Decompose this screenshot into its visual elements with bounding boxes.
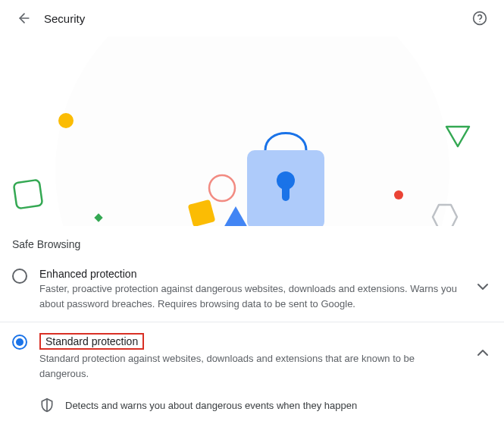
svg-point-6	[58, 113, 74, 128]
back-button[interactable]	[12, 6, 36, 30]
chevron-up-icon	[474, 344, 492, 362]
green-triangle-icon	[443, 124, 472, 149]
option-standard-protection[interactable]: Standard protection Standard protection …	[0, 322, 504, 391]
svg-point-1	[474, 12, 487, 25]
option-desc-standard: Standard protection against websites, do…	[39, 351, 465, 381]
option-title-standard: Standard protection	[39, 333, 144, 350]
red-dot-icon	[393, 190, 404, 200]
svg-rect-10	[188, 200, 216, 226]
svg-marker-13	[446, 127, 469, 146]
svg-point-12	[394, 190, 403, 200]
blue-triangle-icon	[222, 205, 249, 226]
option-title-enhanced: Enhanced protection	[39, 268, 136, 280]
yellow-square-icon	[184, 196, 219, 226]
svg-marker-11	[224, 206, 248, 226]
radio-standard[interactable]	[12, 335, 27, 350]
svg-point-2	[479, 21, 480, 22]
green-square-icon	[11, 177, 45, 212]
lock-icon	[244, 116, 327, 226]
radio-enhanced[interactable]	[12, 269, 27, 284]
collapse-standard[interactable]	[474, 344, 492, 362]
expand-enhanced[interactable]	[474, 278, 492, 296]
help-icon	[472, 11, 487, 26]
standard-detail-text: Detects and warns you about dangerous ev…	[65, 400, 357, 411]
grey-hexagon-icon	[430, 202, 460, 226]
shield-icon	[39, 397, 55, 413]
option-body: Enhanced protection Faster, proactive pr…	[39, 267, 465, 311]
help-button[interactable]	[468, 6, 492, 30]
svg-marker-14	[433, 205, 457, 226]
svg-rect-5	[282, 184, 290, 201]
chevron-down-icon	[474, 278, 492, 296]
header: Security	[0, 0, 504, 36]
svg-rect-8	[94, 213, 102, 222]
yellow-circle-icon	[58, 112, 74, 129]
svg-rect-7	[14, 180, 42, 209]
arrow-left-icon	[17, 11, 32, 26]
hero-illustration	[0, 36, 504, 226]
section-label-safe-browsing: Safe Browsing	[0, 226, 504, 256]
option-body: Standard protection Standard protection …	[39, 333, 465, 381]
option-desc-enhanced: Faster, proactive protection against dan…	[39, 281, 465, 311]
standard-detail-row: Detects and warns you about dangerous ev…	[0, 391, 504, 420]
page-title: Security	[44, 12, 468, 25]
option-enhanced-protection[interactable]: Enhanced protection Faster, proactive pr…	[0, 256, 504, 322]
green-diamond-icon	[92, 212, 105, 224]
